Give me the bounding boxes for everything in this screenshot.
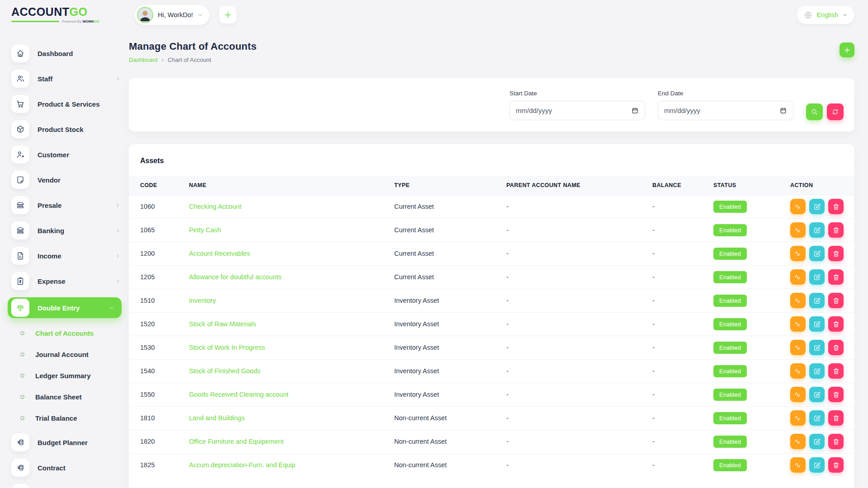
activity-icon — [794, 320, 802, 328]
cart-icon — [16, 99, 25, 108]
sidebar-item-banking[interactable]: Banking — [11, 221, 125, 239]
breadcrumb-separator: › — [162, 56, 164, 63]
search-icon — [811, 108, 818, 116]
account-name-link[interactable]: Checking Account — [189, 203, 241, 210]
sidebar-item-double-entry[interactable]: Double Entry — [8, 297, 122, 318]
sidebar-item-dashboard[interactable]: Dashboard — [11, 44, 125, 62]
sidebar-subitem-ledger-summary[interactable]: Ledger Summary — [11, 365, 129, 386]
cell-status: Enabled — [713, 406, 790, 430]
sidebar-item-presale[interactable]: Presale — [11, 196, 125, 214]
account-name-link[interactable]: Land and Buildings — [189, 414, 245, 422]
calendar-icon[interactable] — [779, 107, 787, 114]
cell-type: Inventory Asset — [394, 359, 506, 383]
edit-action-button[interactable] — [809, 316, 825, 332]
assets-card: Assets CODENAMETYPEPARENT ACCOUNT NAMEBA… — [129, 144, 854, 488]
account-name-link[interactable]: Account Receivables — [189, 250, 250, 257]
cell-balance: - — [652, 453, 713, 477]
sidebar-subitem-journal-account[interactable]: Journal Account — [11, 344, 129, 365]
end-date-input[interactable]: mm/dd/yyyy — [658, 101, 793, 120]
create-account-button[interactable] — [840, 42, 854, 57]
trash-icon — [832, 226, 840, 234]
sidebar-item-product-services[interactable]: Product & Services — [11, 95, 125, 113]
delete-action-button[interactable] — [828, 246, 844, 261]
delete-action-button[interactable] — [828, 434, 844, 449]
sidebar-subitem-chart-of-accounts[interactable]: Chart of Accounts — [11, 323, 129, 344]
account-name-link[interactable]: Stock of Raw Materials — [189, 320, 256, 328]
sidebar-item-expense[interactable]: Expense — [11, 272, 125, 290]
activity-action-button[interactable] — [790, 363, 806, 379]
account-name-link[interactable]: Stock of Work In Progress — [189, 344, 265, 351]
delete-action-button[interactable] — [828, 363, 844, 379]
sidebar-subitem-balance-sheet[interactable]: Balance Sheet — [11, 386, 129, 408]
account-name-link[interactable]: Office Furniture and Equipement — [189, 438, 283, 445]
sidebar-item-vendor[interactable]: Vendor — [11, 171, 125, 189]
status-badge: Enabled — [713, 342, 747, 354]
edit-action-button[interactable] — [809, 293, 825, 308]
edit-icon — [813, 391, 821, 399]
activity-action-button[interactable] — [790, 387, 806, 402]
activity-action-button[interactable] — [790, 199, 806, 214]
edit-action-button[interactable] — [809, 269, 825, 285]
edit-action-button[interactable] — [809, 457, 825, 473]
sidebar-subitem-trial-balance[interactable]: Trial Balance — [11, 408, 129, 429]
delete-action-button[interactable] — [828, 387, 844, 402]
user-menu[interactable]: Hi, WorkDo! — [135, 5, 209, 25]
reset-filter-button[interactable] — [827, 103, 844, 120]
activity-action-button[interactable] — [790, 457, 806, 473]
activity-action-button[interactable] — [790, 340, 806, 355]
delete-action-button[interactable] — [828, 457, 844, 473]
accounts-table: CODENAMETYPEPARENT ACCOUNT NAMEBALANCEST… — [129, 176, 854, 477]
edit-action-button[interactable] — [809, 387, 825, 402]
sidebar-item-label: Product & Services — [38, 100, 100, 108]
account-name-link[interactable]: Inventory — [189, 297, 216, 304]
delete-action-button[interactable] — [828, 293, 844, 308]
account-name-link[interactable]: Accum.depreciation-Furn. and Equip — [189, 461, 295, 469]
delete-action-button[interactable] — [828, 340, 844, 355]
sidebar-item-contract[interactable]: Contract — [11, 459, 125, 477]
trash-icon — [832, 367, 840, 375]
edit-action-button[interactable] — [809, 363, 825, 379]
activity-action-button[interactable] — [790, 316, 806, 332]
activity-action-button[interactable] — [790, 222, 806, 238]
activity-action-button[interactable] — [790, 269, 806, 285]
breadcrumb-dashboard-link[interactable]: Dashboard — [129, 56, 158, 63]
app-logo[interactable]: ACCOUNTGO Powered By WORKDO — [11, 5, 129, 29]
cell-code: 1820 — [129, 430, 189, 453]
calendar-icon[interactable] — [631, 107, 639, 114]
edit-action-button[interactable] — [809, 340, 825, 355]
account-name-link[interactable]: Stock of Finished Goods — [189, 367, 260, 375]
quick-add-button[interactable] — [219, 6, 236, 23]
activity-action-button[interactable] — [790, 434, 806, 449]
delete-action-button[interactable] — [828, 269, 844, 285]
sidebar-item-staff[interactable]: Staff — [11, 70, 125, 88]
edit-action-button[interactable] — [809, 434, 825, 449]
breadcrumb-current: Chart of Account — [168, 56, 211, 63]
delete-action-button[interactable] — [828, 410, 844, 426]
delete-action-button[interactable] — [828, 199, 844, 214]
sidebar-item-product-stock[interactable]: Product Stock — [11, 120, 125, 138]
account-name-link[interactable]: Petty Cash — [189, 226, 221, 234]
edit-icon — [813, 414, 821, 422]
delete-action-button[interactable] — [828, 222, 844, 238]
apply-filter-button[interactable] — [806, 103, 823, 120]
activity-action-button[interactable] — [790, 293, 806, 308]
language-selector[interactable]: English — [797, 6, 854, 24]
account-name-link[interactable]: Goods Received Clearing account — [189, 391, 288, 398]
edit-action-button[interactable] — [809, 199, 825, 214]
delete-action-button[interactable] — [828, 316, 844, 332]
start-date-input[interactable]: mm/dd/yyyy — [509, 101, 645, 120]
trash-icon — [832, 344, 840, 352]
sidebar-item-item[interactable] — [11, 484, 125, 488]
sidebar-item-income[interactable]: Income — [11, 247, 125, 265]
activity-action-button[interactable] — [790, 410, 806, 426]
edit-action-button[interactable] — [809, 222, 825, 238]
account-name-link[interactable]: Allowance for doubtful accounts — [189, 273, 282, 281]
cell-parent: - — [506, 453, 652, 477]
edit-action-button[interactable] — [809, 410, 825, 426]
trash-icon — [832, 438, 840, 446]
sidebar-item-budget-planner[interactable]: Budget Planner — [11, 433, 125, 451]
cell-name: Account Receivables — [189, 242, 394, 265]
edit-action-button[interactable] — [809, 246, 825, 261]
sidebar-item-customer[interactable]: Customer — [11, 145, 125, 164]
activity-action-button[interactable] — [790, 246, 806, 261]
